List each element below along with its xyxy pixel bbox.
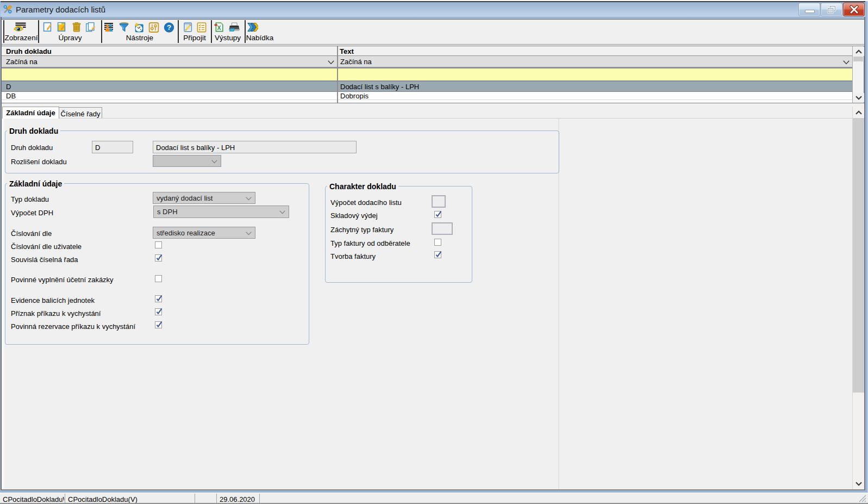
svg-text:X: X: [217, 24, 221, 31]
svg-text:?: ?: [167, 23, 171, 32]
